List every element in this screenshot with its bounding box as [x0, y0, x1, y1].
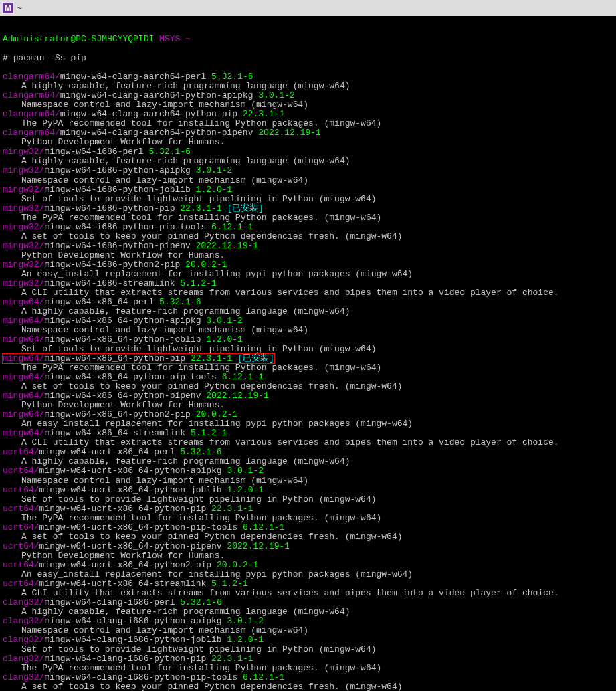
package-entry: mingw32/mingw-w64-i686-streamlink 5.1.2-… [3, 278, 217, 288]
package-repo: mingw32/ [3, 241, 44, 251]
package-name: mingw-w64-i686-perl [44, 146, 143, 157]
package-line: ucrt64/mingw-w64-ucrt-x86_64-python-pip … [3, 504, 613, 514]
package-version: 2022.12.19-1 [227, 541, 290, 551]
package-name: mingw-w64-ucrt-x86_64-perl [39, 447, 175, 457]
package-entry: ucrt64/mingw-w64-ucrt-x86_64-python-jobl… [3, 485, 264, 495]
terminal-content[interactable]: Administrator@PC-SJMHCYYQPIDI MSYS ~ # p… [0, 16, 616, 691]
package-description: An easy_install replacement for installi… [3, 270, 613, 279]
package-version: 2022.12.19-1 [258, 128, 321, 138]
package-name: mingw-w64-ucrt-x86_64-python-pipenv [39, 541, 222, 551]
package-line: mingw64/mingw-w64-x86_64-python-joblib 1… [3, 335, 613, 344]
package-repo: ucrt64/ [3, 522, 39, 532]
package-name: mingw-w64-i686-python-pipenv [44, 241, 190, 251]
package-line: ucrt64/mingw-w64-ucrt-x86_64-perl 5.32.1… [3, 448, 613, 457]
package-name: mingw-w64-clang-aarch64-perl [60, 72, 206, 82]
package-entry: mingw64/mingw-w64-x86_64-python-pip-tool… [3, 372, 264, 382]
package-name: mingw-w64-ucrt-x86_64-python-apipkg [39, 466, 222, 476]
package-line: clang32/mingw-w64-clang-i686-python-pip … [3, 654, 613, 664]
command-line: # pacman -Ss pip [3, 54, 613, 63]
package-description: Set of tools to provide lightweight pipe… [3, 495, 613, 504]
package-version: 5.32.1-6 [148, 146, 190, 157]
package-status: [已安装] [227, 203, 264, 213]
package-repo: mingw32/ [3, 278, 44, 288]
package-line: clang32/mingw-w64-clang-i686-python-pip-… [3, 673, 613, 682]
package-description: An easy_install replacement for installi… [3, 570, 613, 579]
package-version: 2022.12.19-1 [196, 241, 259, 251]
package-entry: ucrt64/mingw-w64-ucrt-x86_64-python-pip … [3, 504, 253, 514]
package-repo: clangarm64/ [3, 109, 60, 119]
package-version: 2022.12.19-1 [206, 391, 269, 401]
package-name: mingw-w64-clang-i686-perl [44, 597, 175, 607]
package-entry: mingw64/mingw-w64-x86_64-python-apipkg 3… [3, 316, 243, 326]
package-name: mingw-w64-x86_64-python-joblib [44, 334, 201, 344]
package-description: An easy_install replacement for installi… [3, 419, 613, 429]
package-repo: clang32/ [3, 597, 44, 607]
package-line: clang32/mingw-w64-clang-i686-python-jobl… [3, 635, 613, 645]
package-entry: mingw32/mingw-w64-i686-python-pip 22.3.1… [3, 203, 264, 213]
package-line: ucrt64/mingw-w64-ucrt-x86_64-python-apip… [3, 466, 613, 476]
msys2-icon: M [3, 3, 13, 13]
package-description: A highly capable, feature-rich programmi… [3, 457, 613, 466]
package-name: mingw-w64-clang-i686-python-joblib [44, 635, 221, 645]
package-name: mingw-w64-x86_64-python-pip [44, 353, 185, 363]
package-repo: clang32/ [3, 635, 44, 645]
package-line: mingw64/mingw-w64-x86_64-python-pipenv 2… [3, 391, 613, 401]
package-line: mingw64/mingw-w64-x86_64-streamlink 5.1.… [3, 429, 613, 438]
package-line: ucrt64/mingw-w64-ucrt-x86_64-python-jobl… [3, 486, 613, 495]
package-version: 5.32.1-6 [211, 72, 253, 82]
package-repo: mingw32/ [3, 203, 44, 213]
package-name: mingw-w64-i686-python-joblib [44, 185, 190, 195]
package-version: 20.0.2-1 [185, 260, 227, 270]
package-name: mingw-w64-x86_64-python-pipenv [44, 391, 201, 401]
command-text: pacman -Ss pip [13, 53, 86, 63]
package-name: mingw-w64-i686-streamlink [44, 278, 175, 288]
package-entry: ucrt64/mingw-w64-ucrt-x86_64-perl 5.32.1… [3, 447, 222, 457]
package-line: mingw32/mingw-w64-i686-python2-pip 20.0.… [3, 260, 613, 270]
package-version: 20.0.2-1 [217, 560, 258, 570]
package-repo: mingw64/ [3, 428, 44, 438]
package-repo: clang32/ [3, 672, 44, 682]
package-version: 6.12.1-1 [222, 372, 264, 382]
package-version: 1.2.0-1 [196, 185, 233, 195]
package-version: 22.3.1-1 [211, 504, 253, 514]
package-line: ucrt64/mingw-w64-ucrt-x86_64-streamlink … [3, 579, 613, 589]
package-description: Set of tools to provide lightweight pipe… [3, 344, 613, 354]
package-entry: mingw32/mingw-w64-i686-python-pipenv 202… [3, 241, 258, 251]
package-line: mingw32/mingw-w64-i686-python-pip 22.3.1… [3, 204, 613, 213]
package-entry: clang32/mingw-w64-clang-i686-perl 5.32.1… [3, 597, 222, 607]
package-repo: mingw32/ [3, 260, 44, 270]
package-description: A CLI utility that extracts streams from… [3, 438, 613, 448]
prompt-user: Administrator@PC-SJMHCYYQPIDI [3, 34, 154, 44]
package-version: 5.1.2-1 [211, 579, 248, 589]
package-entry: mingw64/mingw-w64-x86_64-perl 5.32.1-6 [3, 297, 201, 307]
package-line: clang32/mingw-w64-clang-i686-perl 5.32.1… [3, 598, 613, 607]
package-repo: ucrt64/ [3, 466, 39, 476]
package-name: mingw-w64-ucrt-x86_64-python-joblib [39, 485, 222, 495]
prompt-line: Administrator@PC-SJMHCYYQPIDI MSYS ~ [3, 35, 613, 44]
package-description: Namespace control and lazy-import mechan… [3, 176, 613, 185]
package-name: mingw-w64-i686-python2-pip [44, 260, 180, 270]
package-line: mingw64/mingw-w64-x86_64-python2-pip 20.… [3, 410, 613, 419]
package-name: mingw-w64-clang-aarch64-python-pip [60, 109, 237, 119]
package-line: ucrt64/mingw-w64-ucrt-x86_64-python2-pip… [3, 561, 613, 570]
package-description: Namespace control and lazy-import mechan… [3, 476, 613, 486]
titlebar[interactable]: M ~ [0, 0, 616, 16]
package-name: mingw-w64-i686-python-pip-tools [44, 222, 206, 232]
package-version: 5.32.1-6 [159, 297, 201, 307]
package-entry: clangarm64/mingw-w64-clang-aarch64-perl … [3, 72, 253, 82]
package-name: mingw-w64-i686-python-apipkg [44, 165, 190, 175]
package-repo: ucrt64/ [3, 560, 39, 570]
package-version: 3.0.1-2 [227, 466, 264, 476]
package-line: mingw64/mingw-w64-x86_64-python-pip 22.3… [3, 354, 613, 363]
package-name: mingw-w64-clang-i686-python-pip-tools [44, 672, 237, 682]
package-name: mingw-w64-x86_64-streamlink [44, 428, 185, 438]
package-line: clangarm64/mingw-w64-clang-aarch64-perl … [3, 72, 613, 82]
package-entry: mingw32/mingw-w64-i686-python-joblib 1.2… [3, 185, 232, 195]
package-description: The PyPA recommended tool for installing… [3, 213, 613, 223]
package-version: 22.3.1-1 [180, 203, 221, 213]
package-version: 3.0.1-2 [206, 316, 243, 326]
package-repo: mingw32/ [3, 185, 44, 195]
package-repo: mingw64/ [3, 316, 44, 326]
package-repo: ucrt64/ [3, 447, 39, 457]
package-repo: ucrt64/ [3, 485, 39, 495]
